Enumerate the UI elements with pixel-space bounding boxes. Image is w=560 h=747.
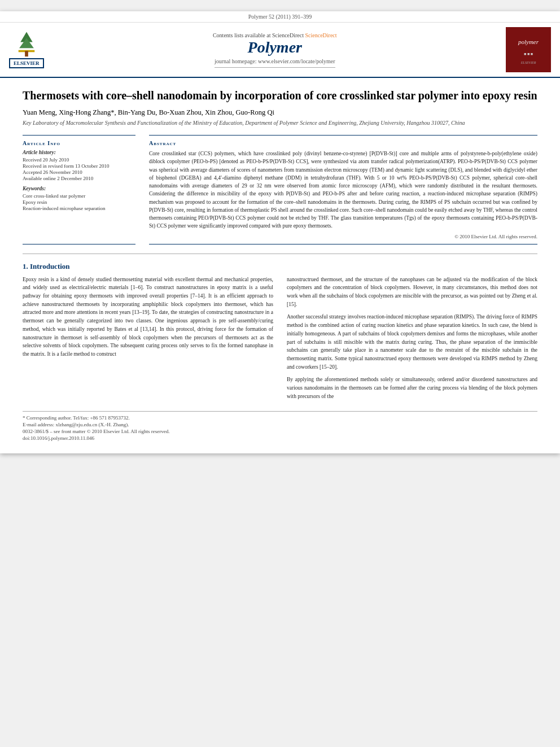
- copyright-line: © 2010 Elsevier Ltd. All rights reserved…: [149, 234, 537, 239]
- polymer-logo-image: polymer ■ ■ ■ ELSEVIER: [506, 27, 551, 72]
- svg-text:ELSEVIER: ELSEVIER: [520, 61, 536, 64]
- issn-line: 0032-3861/$ – see front matter © 2010 El…: [23, 429, 537, 434]
- corresponding-author-note: * Corresponding author. Tel/fax: +86 571…: [23, 415, 537, 421]
- elsevier-tree-icon: [12, 30, 41, 58]
- received-date: Received 20 July 2010: [23, 157, 135, 163]
- footnote-area: * Corresponding author. Tel/fax: +86 571…: [23, 411, 537, 441]
- intro-col2-p2: Another successful strategy involves rea…: [287, 313, 537, 371]
- accepted-date: Accepted 26 November 2010: [23, 169, 135, 175]
- authors-line: Yuan Meng, Xing-Hong Zhang*, Bin-Yang Du…: [23, 108, 537, 117]
- article-info-abstract-section: Article Info Article history: Received 2…: [23, 135, 537, 244]
- article-title: Thermosets with core–shell nanodomain by…: [23, 88, 537, 103]
- intro-body-columns: Epoxy resin is a kind of densely studied…: [23, 276, 537, 405]
- intro-col-left: Epoxy resin is a kind of densely studied…: [23, 276, 273, 405]
- keywords-section: Keywords: Core cross-linked star polymer…: [23, 186, 135, 211]
- keywords-label: Keywords:: [23, 186, 135, 191]
- email-note: E-mail address: xlzhang@zju.edu.cn (X.-H…: [23, 422, 537, 427]
- elsevier-wordmark: ELSEVIER: [9, 58, 44, 68]
- intro-col2-p1: nanostructrued thermoset, and the struct…: [287, 276, 537, 309]
- intro-col1-p1: Epoxy resin is a kind of densely studied…: [23, 276, 273, 359]
- section-heading-intro: 1. Introduction: [23, 262, 537, 271]
- svg-rect-3: [25, 51, 28, 56]
- article-content: Thermosets with core–shell nanodomain by…: [0, 78, 560, 453]
- svg-marker-2: [19, 38, 34, 48]
- sciencedirect-note: Contents lists available at ScienceDirec…: [213, 32, 337, 38]
- intro-col2-p3: By applying the aforementioned methods s…: [287, 375, 537, 400]
- history-label: Article history:: [23, 150, 135, 155]
- svg-text:■ ■ ■: ■ ■ ■: [524, 52, 533, 56]
- introduction-section: 1. Introduction Epoxy resin is a kind of…: [23, 262, 537, 405]
- keyword-2: Epoxy resin: [23, 199, 135, 205]
- svg-text:polymer: polymer: [518, 38, 539, 45]
- article-info-heading: Article Info: [23, 140, 135, 146]
- keyword-3: Reaction-induced microphase separation: [23, 206, 135, 211]
- keyword-1: Core cross-linked star polymer: [23, 193, 135, 199]
- revised-date: Received in revised form 13 October 2010: [23, 163, 135, 169]
- article-history: Article history: Received 20 July 2010 R…: [23, 150, 135, 181]
- elsevier-logo: ELSEVIER: [9, 30, 44, 69]
- abstract-heading: Abstract: [149, 140, 537, 146]
- svg-rect-4: [506, 27, 551, 72]
- journal-homepage: journal homepage: www.elsevier.com/locat…: [215, 56, 335, 68]
- journal-name: Polymer: [248, 38, 302, 56]
- intro-col-right: nanostructrued thermoset, and the struct…: [287, 276, 537, 405]
- abstract-panel: Abstract Core crosslinked star (CCS) pol…: [149, 135, 537, 244]
- journal-header: ELSEVIER Contents lists available at Sci…: [0, 23, 560, 78]
- document-page: Polymer 52 (2011) 391–399 ELSEVIER Conte…: [0, 11, 560, 453]
- journal-reference: Polymer 52 (2011) 391–399: [0, 11, 560, 23]
- article-info-panel: Article Info Article history: Received 2…: [23, 135, 135, 244]
- affiliation: Key Laboratory of Macromolecular Synthes…: [23, 119, 537, 127]
- abstract-text: Core crosslinked star (CCS) polymers, wh…: [149, 150, 537, 230]
- available-date: Available online 2 December 2010: [23, 176, 135, 181]
- doi-line: doi:10.1016/j.polymer.2010.11.046: [23, 435, 537, 441]
- section-divider: [23, 254, 537, 254]
- journal-ref-text: Polymer 52 (2011) 391–399: [248, 14, 312, 20]
